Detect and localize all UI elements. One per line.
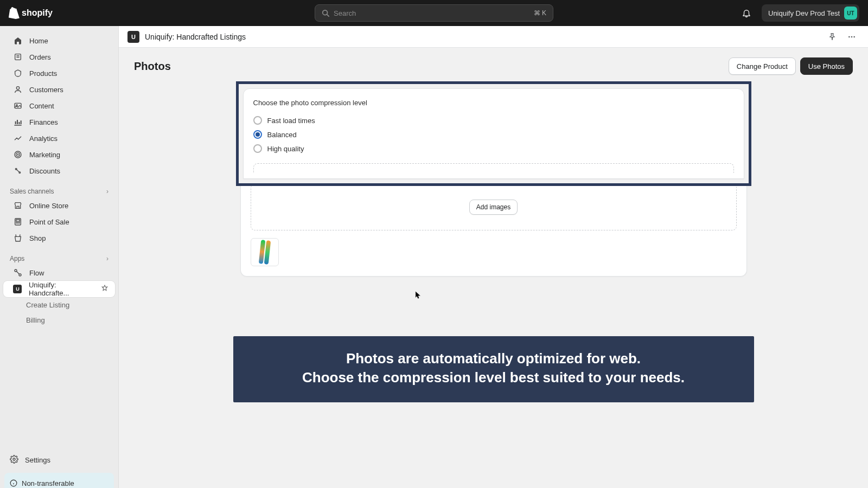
sidebar-sub-billing[interactable]: Billing (0, 312, 118, 328)
sidebar-item-marketing[interactable]: Marketing (3, 146, 115, 163)
sidebar-item-shop[interactable]: Shop (3, 230, 115, 246)
sidebar-label: Uniquify: Handcrafte... (29, 281, 94, 297)
non-transferable-banner[interactable]: Non-transferable (4, 473, 114, 488)
notifications-button[interactable] (738, 4, 755, 22)
sidebar-label: Home (29, 37, 48, 45)
sidebar-label: Online Store (29, 202, 68, 210)
bell-icon (742, 8, 751, 18)
app-logo: U (127, 31, 139, 43)
sidebar-label: Products (29, 69, 57, 78)
sidebar: Home Orders Products Customers Content F… (0, 26, 119, 488)
image-thumb[interactable] (251, 238, 279, 266)
discounts-icon (13, 166, 23, 175)
radio-icon (253, 144, 262, 153)
svg-point-8 (17, 154, 18, 155)
svg-point-16 (13, 458, 15, 460)
sidebar-label: Marketing (29, 151, 60, 159)
add-images-button[interactable]: Add images (469, 200, 518, 215)
customers-icon (13, 85, 23, 94)
sidebar-label: Discounts (29, 167, 60, 175)
compression-label: Choose the photo compression level (253, 99, 734, 107)
avatar: UT (844, 7, 857, 20)
change-product-button[interactable]: Change Product (729, 57, 796, 75)
svg-point-11 (16, 222, 17, 223)
highlighted-compression-section: Choose the photo compression level Fast … (236, 81, 751, 186)
svg-text:shopify: shopify (22, 8, 53, 17)
sidebar-label: Analytics (29, 134, 58, 143)
sidebar-item-content[interactable]: Content (3, 98, 115, 114)
sidebar-item-home[interactable]: Home (3, 33, 115, 49)
sidebar-section-sales[interactable]: Sales channels› (0, 183, 118, 197)
sidebar-sub-create-listing[interactable]: Create Listing (0, 297, 118, 312)
home-icon (13, 36, 23, 45)
sidebar-label: Orders (29, 53, 51, 61)
sidebar-item-orders[interactable]: Orders (3, 49, 115, 65)
sidebar-label: Point of Sale (29, 218, 69, 226)
sidebar-item-online-store[interactable]: Online Store (3, 197, 115, 214)
radio-high-quality[interactable]: High quality (253, 142, 734, 156)
shopify-logo[interactable]: shopify (9, 7, 55, 19)
sidebar-item-uniquify[interactable]: UUniquify: Handcrafte... (3, 281, 115, 297)
radio-fast-load[interactable]: Fast load times (253, 113, 734, 127)
sidebar-label: Settings (25, 456, 50, 464)
svg-point-3 (16, 87, 19, 89)
sidebar-item-products[interactable]: Products (3, 65, 115, 81)
shop-icon (13, 234, 23, 242)
search-shortcut: ⌘ K (534, 9, 546, 17)
more-actions-button[interactable] (844, 29, 859, 44)
radio-icon (253, 130, 262, 139)
info-icon (10, 479, 17, 487)
global-search[interactable]: Search ⌘ K (315, 4, 553, 22)
search-icon (322, 9, 329, 17)
sidebar-item-finances[interactable]: Finances (3, 114, 115, 130)
sidebar-item-analytics[interactable]: Analytics (3, 130, 115, 146)
sidebar-label: Finances (29, 118, 58, 126)
sidebar-item-pos[interactable]: Point of Sale (3, 214, 115, 230)
sidebar-label: Flow (29, 269, 44, 277)
products-icon (13, 69, 23, 78)
sidebar-item-settings[interactable]: Settings (0, 451, 118, 468)
sidebar-section-apps[interactable]: Apps› (0, 251, 118, 265)
chevron-right-icon: › (106, 255, 108, 262)
cursor-icon (415, 291, 422, 299)
chevron-right-icon: › (106, 188, 108, 195)
info-banner: Photos are automatically optimized for w… (233, 336, 754, 402)
sidebar-label: Customers (29, 86, 63, 94)
main-content: Photos Change Product Use Photos Choose … (119, 48, 868, 488)
svg-point-19 (851, 36, 853, 37)
store-icon (13, 201, 23, 210)
sidebar-label: Shop (29, 234, 46, 242)
use-photos-button[interactable]: Use Photos (800, 57, 853, 75)
svg-rect-10 (16, 220, 20, 221)
account-name: Uniquify Dev Prod Test (768, 9, 840, 17)
radio-balanced[interactable]: Balanced (253, 127, 734, 142)
product-image (258, 240, 271, 265)
gear-icon (10, 455, 18, 465)
sidebar-item-discounts[interactable]: Discounts (3, 163, 115, 179)
banner-line-1: Photos are automatically optimized for w… (244, 350, 743, 367)
flow-icon (13, 268, 23, 277)
svg-point-18 (848, 36, 850, 37)
content-icon (13, 101, 23, 110)
pin-icon (828, 33, 837, 41)
page-title: Photos (134, 60, 171, 73)
svg-point-13 (19, 222, 20, 223)
app-icon: U (13, 285, 22, 293)
sidebar-item-customers[interactable]: Customers (3, 81, 115, 98)
radio-icon (253, 116, 262, 125)
search-placeholder: Search (334, 9, 534, 17)
orders-icon (13, 53, 23, 61)
analytics-icon (13, 134, 23, 143)
account-menu[interactable]: Uniquify Dev Prod Test UT (762, 4, 859, 22)
app-title-bar: U Uniquify: Handcrafted Listings (119, 26, 868, 48)
app-title: Uniquify: Handcrafted Listings (145, 33, 246, 41)
image-dropzone[interactable]: Add images (251, 184, 737, 230)
pos-icon (13, 217, 23, 226)
svg-point-12 (17, 222, 18, 223)
sidebar-item-flow[interactable]: Flow (3, 265, 115, 281)
more-icon (847, 33, 856, 41)
pin-app-button[interactable] (825, 29, 840, 44)
pin-icon[interactable] (101, 285, 108, 294)
finances-icon (13, 118, 23, 126)
top-bar: shopify Search ⌘ K Uniquify Dev Prod Tes… (0, 0, 868, 26)
